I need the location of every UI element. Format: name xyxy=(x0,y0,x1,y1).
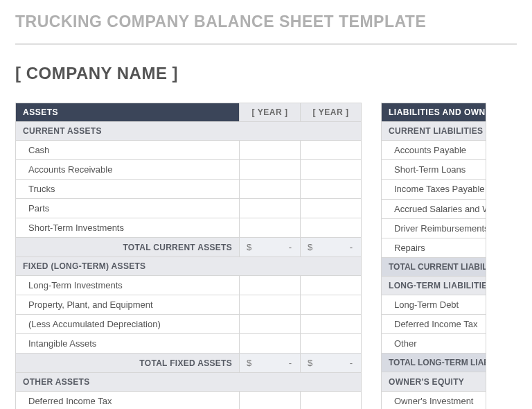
assets-table: ASSETS [ YEAR ] [ YEAR ] CURRENT ASSETS … xyxy=(15,103,362,409)
value-cell[interactable] xyxy=(301,334,362,354)
other-assets-section: OTHER ASSETS xyxy=(16,373,362,392)
value-cell[interactable] xyxy=(301,218,362,238)
asset-item: Property, Plant, and Equipment xyxy=(16,295,240,315)
value-cell[interactable] xyxy=(240,218,301,238)
total-current-assets-label: TOTAL CURRENT ASSETS xyxy=(16,238,240,257)
value-cell[interactable] xyxy=(301,199,362,218)
liability-item: Deferred Income Tax xyxy=(382,315,486,334)
fixed-assets-section: FIXED (LONG-TERM) ASSETS xyxy=(16,257,362,276)
total-cell: $- xyxy=(301,238,362,257)
asset-item: Short-Term Investments xyxy=(16,218,240,238)
value-cell[interactable] xyxy=(240,315,301,334)
liability-item: Income Taxes Payable xyxy=(382,180,486,199)
value-cell[interactable] xyxy=(240,180,301,199)
asset-item: Parts xyxy=(16,199,240,218)
longterm-liabilities-section: LONG-TERM LIABILITIES xyxy=(382,276,486,295)
liability-item: Accounts Payable xyxy=(382,141,486,160)
liabilities-table: LIABILITIES AND OWNER'S EQUITY CURRENT L… xyxy=(381,103,486,409)
owners-equity-section: OWNER'S EQUITY xyxy=(382,372,486,391)
total-cell: $- xyxy=(240,354,301,373)
value-cell[interactable] xyxy=(301,180,362,199)
year-col-2: [ YEAR ] xyxy=(301,103,362,122)
liabilities-header: LIABILITIES AND OWNER'S EQUITY xyxy=(382,103,486,122)
page-title: TRUCKING COMPANY BALANCE SHEET TEMPLATE xyxy=(15,12,517,31)
value-cell[interactable] xyxy=(240,334,301,354)
asset-item: Long-Term Investments xyxy=(16,276,240,295)
value-cell[interactable] xyxy=(240,141,301,160)
value-cell[interactable] xyxy=(301,295,362,315)
company-name: [ COMPANY NAME ] xyxy=(15,64,517,87)
value-cell[interactable] xyxy=(240,295,301,315)
value-cell[interactable] xyxy=(301,141,362,160)
assets-header: ASSETS xyxy=(16,103,240,122)
liability-item: Repairs xyxy=(382,238,486,257)
current-assets-section: CURRENT ASSETS xyxy=(16,122,362,141)
liability-item: Other xyxy=(382,334,486,354)
value-cell[interactable] xyxy=(240,392,301,410)
asset-item: Accounts Receivable xyxy=(16,160,240,180)
value-cell[interactable] xyxy=(301,276,362,295)
liability-item: Long-Term Debt xyxy=(382,295,486,315)
asset-item: Deferred Income Tax xyxy=(16,392,240,410)
value-cell[interactable] xyxy=(240,199,301,218)
liability-item: Accrued Salaries and Wages xyxy=(382,199,486,218)
value-cell[interactable] xyxy=(240,276,301,295)
value-cell[interactable] xyxy=(301,392,362,410)
liability-item: Driver Reimbursements xyxy=(382,218,486,238)
liability-item: Short-Term Loans xyxy=(382,160,486,180)
asset-item: Cash xyxy=(16,141,240,160)
asset-item: (Less Accumulated Depreciation) xyxy=(16,315,240,334)
asset-item: Trucks xyxy=(16,180,240,199)
total-longterm-liabilities-label: TOTAL LONG-TERM LIABILITIES xyxy=(382,354,486,372)
value-cell[interactable] xyxy=(301,315,362,334)
balance-sheet: ASSETS [ YEAR ] [ YEAR ] CURRENT ASSETS … xyxy=(15,103,517,409)
asset-item: Intangible Assets xyxy=(16,334,240,354)
value-cell[interactable] xyxy=(301,160,362,180)
total-cell: $- xyxy=(240,238,301,257)
value-cell[interactable] xyxy=(240,160,301,180)
year-col-1: [ YEAR ] xyxy=(240,103,301,122)
equity-item: Owner's Investment xyxy=(382,391,486,409)
total-current-liabilities-label: TOTAL CURRENT LIABILITIES xyxy=(382,257,486,276)
total-cell: $- xyxy=(301,354,362,373)
total-fixed-assets-label: TOTAL FIXED ASSETS xyxy=(16,354,240,373)
divider xyxy=(15,44,517,44)
current-liabilities-section: CURRENT LIABILITIES xyxy=(382,122,486,141)
